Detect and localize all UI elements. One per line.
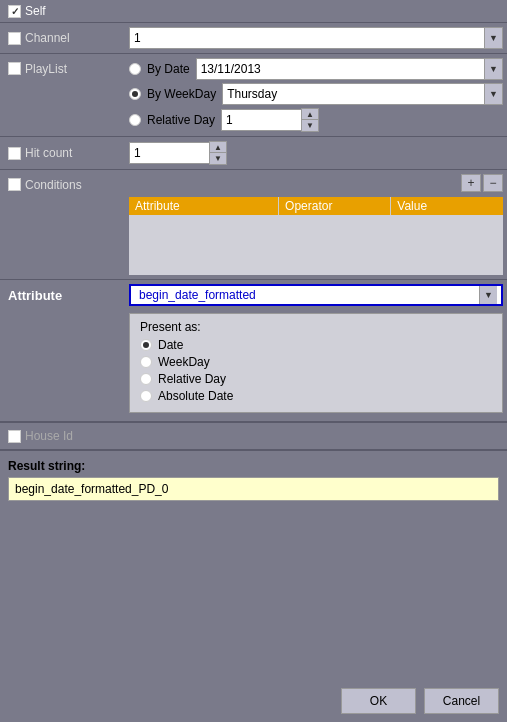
hit-count-checkbox[interactable] [8, 147, 21, 160]
present-as-date-radio[interactable] [140, 339, 152, 351]
attribute-dropdown-row: begin_date_formatted ▼ [129, 284, 503, 306]
col-operator: Operator [279, 197, 391, 215]
conditions-content: + − Attribute Operator Value [125, 170, 507, 279]
relative-day-spinner-btns: ▲ ▼ [301, 108, 319, 132]
by-weekday-value: Thursday [223, 87, 484, 101]
relative-day-down-btn[interactable]: ▼ [302, 120, 318, 131]
present-as-relativeday-radio[interactable] [140, 373, 152, 385]
col-attribute: Attribute [129, 197, 279, 215]
playlist-label-area: PlayList [0, 54, 125, 136]
channel-dropdown-arrow: ▼ [484, 28, 502, 48]
self-section: Self [0, 0, 507, 23]
present-as-relativeday-label: Relative Day [158, 372, 226, 386]
present-as-box: Present as: Date WeekDay Relative Day Ab… [129, 313, 503, 413]
result-label: Result string: [8, 459, 499, 473]
hit-count-input[interactable]: 1 [129, 142, 209, 164]
relative-day-up-btn[interactable]: ▲ [302, 109, 318, 120]
dialog: Self Channel 1 ▼ PlayList By Date [0, 0, 507, 722]
playlist-content: By Date 13/11/2013 ▼ By WeekDay Thursday… [125, 54, 507, 136]
channel-content: 1 ▼ [125, 23, 507, 53]
button-bar: OK Cancel [0, 680, 507, 722]
conditions-toolbar: + − [129, 174, 503, 192]
conditions-table: Attribute Operator Value [129, 197, 503, 275]
hit-count-spinner: 1 ▲ ▼ [129, 141, 503, 165]
hit-count-label: Hit count [25, 146, 72, 160]
relative-day-spinner: 1 ▲ ▼ [221, 108, 319, 132]
self-label: Self [25, 4, 46, 18]
conditions-remove-btn[interactable]: − [483, 174, 503, 192]
empty-conditions-row [129, 215, 503, 275]
playlist-checkbox[interactable] [8, 62, 21, 75]
by-date-dropdown[interactable]: 13/11/2013 ▼ [196, 58, 503, 80]
attribute-dropdown-arrow: ▼ [479, 286, 497, 304]
house-id-checkbox[interactable] [8, 430, 21, 443]
conditions-label-area: Conditions [0, 170, 125, 198]
present-as-weekday-row: WeekDay [140, 355, 492, 369]
col-value: Value [391, 197, 503, 215]
relative-day-label: Relative Day [147, 113, 215, 127]
conditions-checkbox[interactable] [8, 178, 21, 191]
present-as-date-row: Date [140, 338, 492, 352]
by-weekday-label: By WeekDay [147, 87, 216, 101]
hit-count-up-btn[interactable]: ▲ [210, 142, 226, 153]
relative-day-radio[interactable] [129, 114, 141, 126]
present-as-absolutedate-radio[interactable] [140, 390, 152, 402]
channel-label-area: Channel [0, 23, 125, 53]
present-as-weekday-label: WeekDay [158, 355, 210, 369]
by-weekday-dropdown-arrow: ▼ [484, 84, 502, 104]
hit-count-content: 1 ▲ ▼ [125, 137, 507, 169]
by-weekday-row: By WeekDay Thursday ▼ [129, 83, 503, 105]
by-date-label: By Date [147, 62, 190, 76]
by-weekday-radio[interactable] [129, 88, 141, 100]
present-as-absolutedate-row: Absolute Date [140, 389, 492, 403]
result-value: begin_date_formatted_PD_0 [8, 477, 499, 501]
result-section: Result string: begin_date_formatted_PD_0 [0, 450, 507, 509]
conditions-add-btn[interactable]: + [461, 174, 481, 192]
playlist-section: PlayList By Date 13/11/2013 ▼ By WeekDay [0, 54, 507, 137]
present-as-weekday-radio[interactable] [140, 356, 152, 368]
playlist-label: PlayList [25, 62, 67, 76]
present-as-title: Present as: [140, 320, 492, 334]
by-date-dropdown-arrow: ▼ [484, 59, 502, 79]
ok-button[interactable]: OK [341, 688, 416, 714]
relative-day-input[interactable]: 1 [221, 109, 301, 131]
cancel-button[interactable]: Cancel [424, 688, 499, 714]
attribute-content: begin_date_formatted ▼ Present as: Date … [125, 280, 507, 421]
conditions-label: Conditions [25, 178, 82, 192]
house-id-label: House Id [25, 429, 73, 443]
channel-checkbox[interactable] [8, 32, 21, 45]
channel-dropdown[interactable]: 1 ▼ [129, 27, 503, 49]
hit-count-section: Hit count 1 ▲ ▼ [0, 137, 507, 170]
relative-day-row: Relative Day 1 ▲ ▼ [129, 108, 503, 132]
hit-count-label-area: Hit count [0, 137, 125, 169]
channel-label: Channel [25, 31, 70, 45]
hit-count-down-btn[interactable]: ▼ [210, 153, 226, 164]
attribute-value: begin_date_formatted [135, 288, 479, 302]
attribute-label: Attribute [8, 288, 62, 303]
hit-count-spinner-btns: ▲ ▼ [209, 141, 227, 165]
self-checkbox[interactable] [8, 5, 21, 18]
by-date-value: 13/11/2013 [197, 62, 484, 76]
attribute-dropdown[interactable]: begin_date_formatted ▼ [129, 284, 503, 306]
present-as-absolutedate-label: Absolute Date [158, 389, 233, 403]
present-as-date-label: Date [158, 338, 183, 352]
attribute-main-section: Attribute begin_date_formatted ▼ Present… [0, 280, 507, 422]
by-date-row: By Date 13/11/2013 ▼ [129, 58, 503, 80]
channel-value: 1 [130, 31, 484, 45]
conditions-section: Conditions + − Attribute Operator Value [0, 170, 507, 280]
by-date-radio[interactable] [129, 63, 141, 75]
house-id-section: House Id [0, 422, 507, 450]
attribute-label-area: Attribute [0, 280, 125, 309]
channel-section: Channel 1 ▼ [0, 23, 507, 54]
by-weekday-dropdown[interactable]: Thursday ▼ [222, 83, 503, 105]
present-as-relativeday-row: Relative Day [140, 372, 492, 386]
